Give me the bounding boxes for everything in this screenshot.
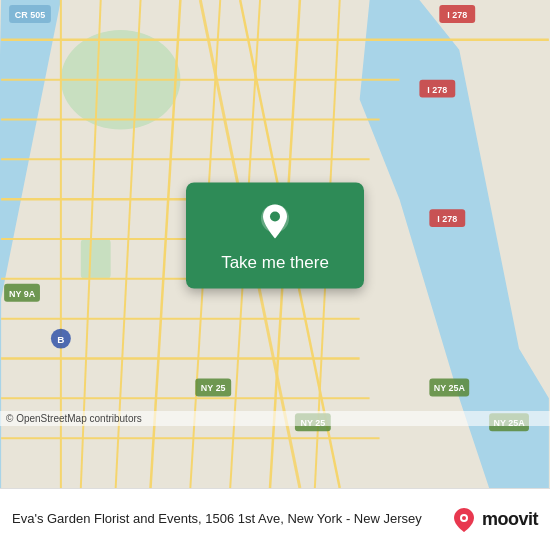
app: CR 505 I 278 I 278 I 278 NY 9A B NY 25 N… <box>0 0 550 550</box>
svg-text:NY 25: NY 25 <box>201 383 226 393</box>
svg-text:NY 9A: NY 9A <box>9 289 36 299</box>
svg-rect-4 <box>81 239 111 279</box>
copyright-text: © OpenStreetMap contributors <box>6 413 142 424</box>
take-me-there-label: Take me there <box>221 253 329 273</box>
svg-text:CR 505: CR 505 <box>15 10 45 20</box>
svg-text:I 278: I 278 <box>447 10 467 20</box>
svg-text:NY 25A: NY 25A <box>434 383 466 393</box>
moovit-logo: moovit <box>450 506 538 534</box>
moovit-pin-icon <box>450 506 478 534</box>
location-text: Eva's Garden Florist and Events, 1506 1s… <box>12 510 442 528</box>
svg-point-49 <box>462 516 466 520</box>
take-me-there-button[interactable]: Take me there <box>186 183 364 289</box>
location-pin-icon <box>253 201 297 245</box>
svg-point-47 <box>270 212 280 222</box>
map-container: CR 505 I 278 I 278 I 278 NY 9A B NY 25 N… <box>0 0 550 488</box>
svg-text:B: B <box>57 334 64 345</box>
svg-text:I 278: I 278 <box>437 214 457 224</box>
moovit-text: moovit <box>482 509 538 530</box>
svg-text:I 278: I 278 <box>427 85 447 95</box>
copyright-bar: © OpenStreetMap contributors <box>0 411 550 426</box>
bottom-bar: Eva's Garden Florist and Events, 1506 1s… <box>0 488 550 550</box>
